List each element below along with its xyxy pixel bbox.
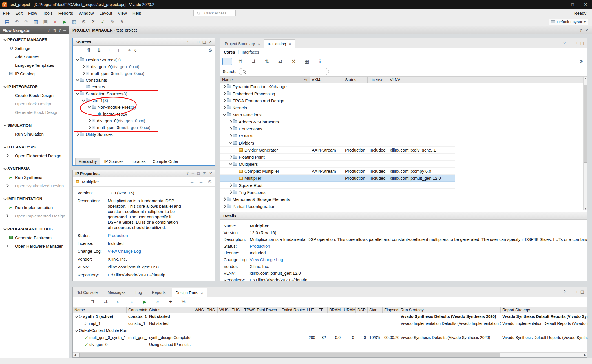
- flow-nav-entry[interactable]: Open Elaborated Design: [0, 151, 69, 160]
- source-tree-row[interactable]: ipcore_test.v: [73, 110, 215, 117]
- tab-cores[interactable]: Cores: [224, 50, 235, 54]
- catalog-row[interactable]: FPGA Features and Design: [220, 97, 455, 104]
- catalog-row[interactable]: Divider Generator AXI4-Stream Production…: [220, 147, 455, 154]
- tree-twisty[interactable]: [81, 85, 86, 89]
- tree-twisty[interactable]: [81, 71, 86, 76]
- flow-nav-entry[interactable]: Generate Block Design: [0, 108, 69, 116]
- scrollbar-thumb[interactable]: [584, 85, 587, 163]
- vertical-scrollbar[interactable]: ▲ ▼: [583, 77, 587, 210]
- catalog-row[interactable]: Math Functions: [220, 111, 455, 118]
- tree-twisty[interactable]: [75, 78, 80, 82]
- results-tab[interactable]: Log: [132, 288, 148, 297]
- column-header[interactable]: WHS: [218, 307, 230, 313]
- close-icon[interactable]: ✕: [257, 42, 260, 46]
- design-run-row[interactable]: div_gen_0 Using cached IP results: [73, 341, 587, 348]
- tree-twisty[interactable]: [93, 112, 98, 116]
- tree-twisty[interactable]: [222, 105, 227, 110]
- tree-twisty[interactable]: [74, 328, 79, 333]
- results-tab[interactable]: Messages: [104, 288, 132, 297]
- column-header[interactable]: VLNV: [388, 77, 455, 83]
- column-header[interactable]: Name^1: [220, 77, 310, 83]
- scrollbar-thumb[interactable]: [79, 353, 500, 357]
- catalog-row[interactable]: Adders & Subtracters: [220, 118, 455, 125]
- section-twisty[interactable]: [3, 37, 7, 42]
- menu-item[interactable]: View: [115, 11, 130, 15]
- sources-view-tab[interactable]: Hierarchy: [75, 158, 100, 165]
- section-twisty[interactable]: [3, 227, 7, 231]
- tree-twisty[interactable]: [235, 169, 239, 173]
- flow-nav-entry[interactable]: Open Block Design: [0, 99, 69, 108]
- flow-nav-entry[interactable]: Open Implemented Design: [0, 212, 69, 220]
- tree-twisty[interactable]: [222, 91, 227, 96]
- results-tab[interactable]: Design Runs✕: [172, 288, 207, 297]
- detail-value[interactable]: View Change Log: [250, 257, 283, 262]
- tree-twisty[interactable]: [222, 98, 227, 103]
- section-twisty[interactable]: [5, 101, 9, 106]
- flow-nav-entry[interactable]: IP INTEGRATOR: [0, 83, 69, 91]
- flow-nav-entry[interactable]: PROGRAM AND DEBUG: [0, 225, 69, 233]
- tree-twisty[interactable]: [81, 64, 86, 69]
- section-twisty[interactable]: [3, 85, 7, 89]
- source-tree-row[interactable]: constrs_1: [73, 83, 215, 90]
- column-header[interactable]: URAM: [342, 307, 356, 313]
- catalog-row[interactable]: CORDIC: [220, 132, 455, 139]
- tree-twisty[interactable]: [222, 112, 227, 117]
- tree-twisty[interactable]: [228, 126, 233, 131]
- settings-gear-icon[interactable]: ⚙: [579, 59, 583, 64]
- column-header[interactable]: TPWS: [242, 307, 255, 313]
- flow-nav-entry[interactable]: Run Synthesis: [0, 173, 69, 181]
- menu-item[interactable]: Window: [76, 11, 96, 15]
- quick-access-input[interactable]: Quick Access: [193, 10, 236, 16]
- flow-nav-entry[interactable]: PROJECT MANAGER: [0, 35, 69, 44]
- flow-nav-entry[interactable]: Run Implementation: [0, 203, 69, 212]
- design-run-row[interactable]: mult_gen_0_synth_1 mult_gen_0 synth_desi…: [73, 334, 587, 341]
- scroll-right-arrow[interactable]: ▶: [582, 353, 587, 357]
- column-header[interactable]: Status: [147, 307, 193, 313]
- tree-twisty[interactable]: [74, 335, 79, 340]
- menu-item[interactable]: Help: [130, 11, 144, 15]
- flow-nav-entry[interactable]: Generate Bitstream: [0, 233, 69, 242]
- column-header[interactable]: Start: [368, 307, 383, 313]
- section-twisty[interactable]: [3, 167, 7, 171]
- source-tree-row[interactable]: div_gen_0 (div_gen_0.xci): [73, 63, 215, 70]
- menu-item[interactable]: Tools: [40, 11, 56, 15]
- source-tree-row[interactable]: Simulation Sources (3): [73, 90, 215, 97]
- flow-nav-entry[interactable]: Open Synthesized Design: [0, 181, 69, 190]
- section-twisty[interactable]: [5, 46, 9, 50]
- column-header[interactable]: WNS: [193, 307, 205, 313]
- source-tree-row[interactable]: Non-module Files (1): [73, 104, 215, 110]
- source-tree-row[interactable]: Utility Sources: [73, 131, 215, 137]
- tree-twisty[interactable]: [235, 148, 239, 152]
- document-tab[interactable]: Project Summary✕: [221, 39, 264, 48]
- flow-nav-entry[interactable]: IMPLEMENTATION: [0, 195, 69, 203]
- flow-nav-entry[interactable]: Add Sources: [0, 52, 69, 61]
- tree-twisty[interactable]: [228, 190, 233, 194]
- source-tree-row[interactable]: sim_1 (3): [73, 97, 215, 104]
- section-twisty[interactable]: [3, 197, 7, 201]
- column-header[interactable]: License: [368, 77, 388, 83]
- sources-view-tab[interactable]: Libraries: [127, 158, 149, 165]
- tree-twisty[interactable]: [87, 118, 92, 123]
- column-header[interactable]: FF: [317, 307, 328, 313]
- source-tree-row[interactable]: mult_gen_0 (mult_gen_0.xci): [73, 70, 215, 77]
- flow-nav-entry[interactable]: Run Simulation: [0, 130, 69, 138]
- column-header[interactable]: Run Strategy: [399, 307, 501, 313]
- settings-gear-icon[interactable]: ⚙: [208, 48, 212, 53]
- tree-twisty[interactable]: [75, 132, 80, 136]
- flow-nav-entry[interactable]: SIMULATION: [0, 121, 69, 130]
- section-twisty[interactable]: [5, 71, 9, 76]
- section-twisty[interactable]: [5, 205, 9, 210]
- tree-twisty[interactable]: [228, 119, 233, 124]
- source-tree-row[interactable]: Design Sources (2): [73, 56, 215, 63]
- tab-interfaces[interactable]: Interfaces: [242, 50, 259, 54]
- section-twisty[interactable]: [5, 214, 9, 218]
- tree-twisty[interactable]: [228, 155, 233, 159]
- tree-twisty[interactable]: [222, 204, 227, 208]
- results-tab[interactable]: Reports: [148, 288, 172, 297]
- column-header[interactable]: Name: [73, 307, 127, 313]
- tree-twisty[interactable]: [228, 162, 233, 166]
- tree-twisty[interactable]: [235, 176, 239, 180]
- catalog-row[interactable]: Memories & Storage Elements: [220, 196, 455, 203]
- catalog-row[interactable]: Conversions: [220, 125, 455, 132]
- tree-twisty[interactable]: [87, 105, 92, 109]
